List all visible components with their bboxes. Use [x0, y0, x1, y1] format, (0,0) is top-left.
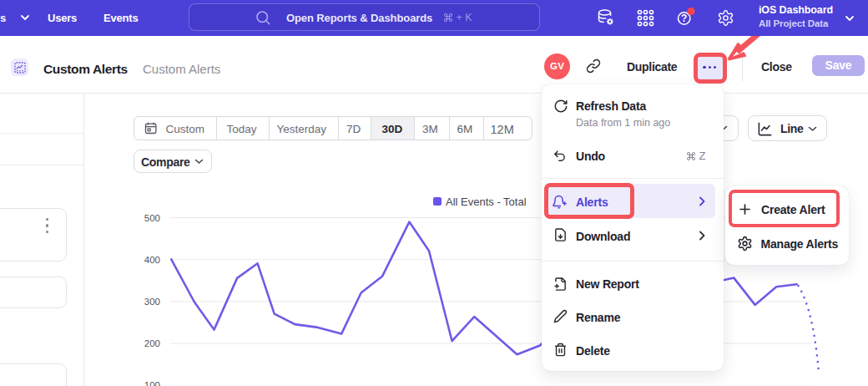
svg-text:200: 200: [144, 338, 160, 348]
svg-text:400: 400: [144, 255, 160, 265]
svg-text:All Events - Total: All Events - Total: [446, 196, 527, 208]
svg-text:300: 300: [144, 297, 160, 307]
svg-text:500: 500: [144, 213, 160, 223]
svg-text:?: ?: [681, 13, 687, 24]
svg-text:100: 100: [144, 380, 160, 386]
